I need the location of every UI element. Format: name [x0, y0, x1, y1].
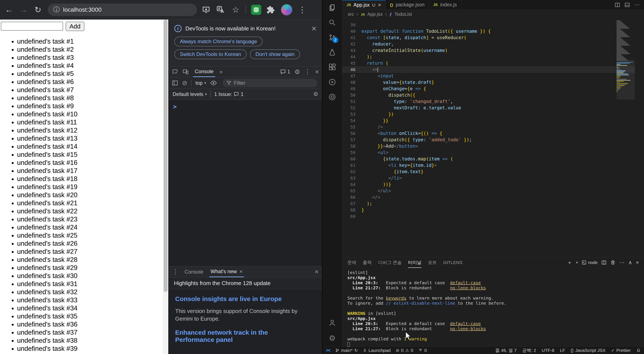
live-expression-eye-icon[interactable] — [210, 80, 217, 86]
whats-new-title-1[interactable]: Console insights are live in Europe — [175, 295, 303, 303]
problems-item[interactable]: ⊘0 ⚠0 — [396, 348, 413, 353]
panel-tab-디버그 콘솔[interactable]: 디버그 콘솔 — [378, 257, 402, 268]
back-icon[interactable]: ← — [4, 5, 14, 14]
terminal-instance-node[interactable]: node — [582, 260, 598, 265]
drawer-close-icon[interactable]: × — [314, 268, 318, 276]
todo-input[interactable] — [1, 22, 63, 31]
code-line[interactable]: 45 return ( — [342, 60, 644, 66]
code-line[interactable]: 64 ))} — [342, 181, 644, 188]
layout-panel-icon[interactable] — [624, 2, 630, 8]
scrollbar-thumb[interactable] — [164, 19, 168, 292]
encoding-item[interactable]: UTF-8 — [542, 348, 554, 353]
editor-more-actions-icon[interactable]: ⋯ — [634, 1, 640, 8]
console-output[interactable]: > — [169, 100, 322, 266]
add-button[interactable]: Add — [66, 22, 84, 31]
code-editor[interactable]: 3940export default function TodoList({ u… — [342, 19, 644, 257]
inspect-element-icon[interactable] — [172, 69, 178, 75]
ports-item[interactable]: 0 — [418, 348, 427, 353]
code-line[interactable]: 49 onChange={e => { — [342, 86, 644, 92]
remote-indicator[interactable]: >< — [326, 348, 330, 353]
tab-close-icon[interactable]: × — [378, 2, 381, 8]
code-line[interactable]: 50 dispatch({ — [342, 92, 644, 98]
code-line[interactable]: 44 ); — [342, 54, 644, 60]
breadcrumb-symbol[interactable]: TodoList — [394, 11, 412, 17]
code-line[interactable]: 54 }} — [342, 117, 644, 124]
console-sidebar-icon[interactable] — [172, 80, 178, 86]
code-line[interactable]: 62 {item.text} — [342, 169, 644, 175]
panel-tab-문제[interactable]: 문제 — [347, 257, 356, 268]
terminal-output[interactable]: [eslint]src/App.jsx Line 20:3: Expected … — [342, 268, 644, 347]
panel-more-icon[interactable]: ⋯ — [619, 260, 624, 266]
tab-index-js[interactable]: JS index.js — [429, 0, 461, 9]
code-line[interactable]: 59 <ul> — [342, 149, 644, 156]
default-levels-select[interactable]: Default levels▾ — [172, 91, 207, 97]
notification-close-icon[interactable]: × — [312, 24, 316, 33]
code-line[interactable]: 48 value={state.draft} — [342, 79, 644, 86]
eol-item[interactable]: LF — [560, 348, 565, 353]
devtools-menu-icon[interactable]: ⋮ — [304, 68, 311, 76]
cursor-position-item[interactable]: 줄 46, 열 7 — [495, 348, 516, 353]
console-filter-input[interactable]: Filter — [222, 79, 317, 87]
search-icon[interactable] — [328, 19, 336, 26]
language-mode-item[interactable]: {}JavaScript JSX — [571, 348, 606, 353]
address-bar[interactable]: ⓘ localhost:3000 — [48, 3, 197, 16]
notifications-bell-icon[interactable] — [636, 348, 640, 353]
run-debug-icon[interactable] — [328, 48, 336, 56]
code-line[interactable]: 57 dispatch({ type: 'added_todo' }); — [342, 137, 644, 143]
code-line[interactable]: 39 — [342, 22, 644, 28]
code-line[interactable]: 67 ); — [342, 200, 644, 207]
match-language-button[interactable]: Always match Chrome's language — [174, 37, 262, 46]
issues-counter[interactable]: 1 — [280, 69, 290, 75]
chrome-menu-icon[interactable]: ⋮ — [298, 5, 307, 14]
new-terminal-icon[interactable]: ＋ — [567, 259, 572, 266]
whats-new-title-2[interactable]: Enhanced network track in the Performanc… — [175, 329, 303, 343]
breadcrumb-file[interactable]: App.jsx — [368, 11, 383, 17]
tab-package-json[interactable]: {} package.json — [386, 0, 429, 9]
panel-tab-터미널[interactable]: 터미널 — [408, 257, 422, 268]
panel-tab-출력[interactable]: 출력 — [363, 257, 372, 268]
code-line[interactable]: 53 }) — [342, 111, 644, 117]
green-extension-icon[interactable] — [251, 5, 261, 15]
launchpad-item[interactable]: Launchpad — [363, 348, 390, 353]
devtools-settings-icon[interactable]: ⚙ — [294, 68, 300, 76]
minimap-slider[interactable] — [616, 60, 635, 100]
device-toolbar-icon[interactable] — [182, 69, 189, 75]
code-line[interactable]: 40export default function TodoList({ use… — [342, 28, 644, 34]
breadcrumb-src[interactable]: src — [348, 11, 354, 17]
install-app-icon[interactable] — [202, 6, 212, 14]
extensions-puzzle-icon[interactable] — [266, 5, 276, 14]
panel-close-icon[interactable]: × — [636, 260, 639, 266]
clear-console-icon[interactable]: ⊘ — [182, 79, 187, 87]
code-line[interactable]: 47 <input — [342, 73, 644, 79]
code-line[interactable]: 43 createInitialState(username) — [342, 47, 644, 54]
source-control-icon[interactable]: 2 — [328, 34, 336, 41]
code-line[interactable]: 56 <button onClick={() => { — [342, 130, 644, 137]
terminal-dropdown-icon[interactable]: ▾ — [576, 260, 578, 265]
sync-icon[interactable]: ↻ — [354, 348, 358, 353]
page-scrollbar[interactable] — [163, 19, 168, 354]
split-editor-icon[interactable] — [614, 2, 620, 8]
code-line[interactable]: 68} — [342, 207, 644, 213]
panel-maximize-icon[interactable]: ∧ — [628, 260, 632, 266]
code-line[interactable]: 55 /> — [342, 124, 644, 130]
profile-avatar[interactable] — [281, 4, 292, 15]
tab-app-jsx[interactable]: JS App.jsx U × — [342, 0, 386, 9]
translate-icon[interactable] — [216, 6, 226, 14]
site-info-icon[interactable]: ⓘ — [53, 5, 60, 14]
drawer-more-icon[interactable]: ⋮ — [172, 268, 178, 276]
code-line[interactable]: 41 const [state, dispatch] = useReducer( — [342, 34, 644, 41]
code-line[interactable]: 42 reducer, — [342, 41, 644, 47]
code-line[interactable]: 52 nextDraft: e.target.value — [342, 105, 644, 111]
devtools-close-icon[interactable]: × — [315, 68, 319, 76]
code-line[interactable]: 60 {state.todos.map(item => ( — [342, 156, 644, 162]
code-line[interactable]: 65 </ul> — [342, 188, 644, 194]
switch-korean-button[interactable]: Switch DevTools to Korean — [174, 49, 246, 59]
tab-console[interactable]: Console — [193, 67, 215, 77]
more-tabs-icon[interactable]: » — [220, 68, 222, 75]
url-text[interactable]: localhost:3000 — [63, 6, 102, 13]
drawer-tab-whats-new[interactable]: What's new × — [209, 266, 244, 277]
forward-icon[interactable]: → — [19, 5, 28, 14]
dont-show-again-button[interactable]: Don't show again — [250, 49, 300, 59]
code-line[interactable]: 51 type: 'changed_draft', — [342, 98, 644, 105]
drawer-tab-console[interactable]: Console — [183, 266, 204, 277]
